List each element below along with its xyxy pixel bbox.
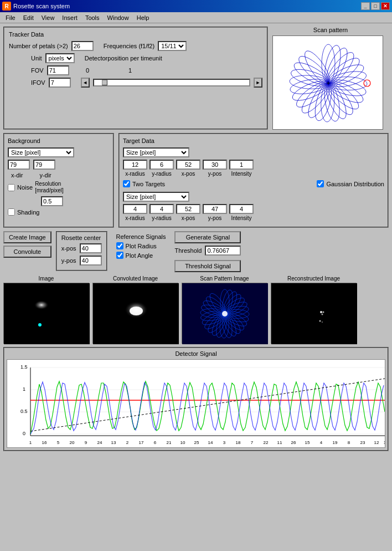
ifov-label: IFOV [31,79,45,86]
t1-xradius[interactable] [123,160,147,170]
rosette-center-panel: Rosette center x-pos y-pos [56,231,107,271]
menu-help[interactable]: Help [133,14,153,22]
bg-x-input[interactable] [8,160,30,170]
t2-intensity[interactable] [229,204,254,214]
svg-text:15: 15 [305,440,310,445]
generate-signal-button[interactable]: Generate Signal [174,231,241,243]
svg-point-67 [319,320,321,322]
t1-ypos[interactable] [203,160,227,170]
bg-y-input[interactable] [33,160,55,170]
t1-xpos[interactable] [176,160,200,170]
svg-text:2: 2 [126,440,129,445]
ifov-input[interactable] [49,78,71,88]
slider-track[interactable] [93,79,250,86]
svg-point-65 [323,312,324,313]
slider-right-btn[interactable]: ► [254,78,262,88]
gaussian-checkbox[interactable] [317,180,324,187]
scan-pattern-container2: Scan Pattern Image [182,276,267,344]
petals-input[interactable] [71,41,94,51]
svg-text:7: 7 [251,440,254,445]
image-container: Image [3,276,89,344]
svg-text:12: 12 [374,440,379,445]
svg-text:1: 1 [29,440,32,445]
rc-ypos-label: y-pos [61,257,76,264]
target-size-select[interactable]: Size [pixel] [123,147,189,157]
scan-canvas [272,35,383,130]
plot-radius-checkbox[interactable] [116,242,123,249]
unit-label: Unit [31,55,42,62]
svg-text:4: 4 [320,440,323,445]
svg-text:1: 1 [23,386,25,392]
col2-xpos: x-pos [176,215,200,221]
target2-size-select[interactable]: Size [pixel] [123,192,189,202]
svg-text:14: 14 [208,440,213,445]
svg-point-20 [289,76,329,96]
col2-yradius: y-radius [149,215,174,221]
t2-yradius[interactable] [149,204,174,214]
unit-select[interactable]: pixels mrad [45,53,75,63]
pos0-label: 0 [86,67,89,74]
svg-text:13: 13 [111,440,116,445]
freq-label: Frequencies (f1/f2) [104,43,154,49]
rc-xpos-input[interactable] [80,243,102,253]
rc-ypos-input[interactable] [80,256,102,266]
images-row: Image [3,276,389,344]
detector-label: Detectorposition per timeunit [85,55,162,62]
background-panel: Background Size [pixel] x-dir y-dir Nois… [3,133,114,228]
slider-left-btn[interactable]: ◄ [81,78,90,88]
app-icon: R [2,2,11,11]
col-intensity: Intensity [229,171,254,177]
plot-angle-checkbox[interactable] [116,252,123,259]
rc-xpos-label: x-pos [61,245,76,252]
create-image-button[interactable]: Create Image [3,231,51,243]
target-title: Target Data [123,137,384,144]
chart-area: 1.5 1 0.5 0 [7,359,385,448]
convoluted-label: Convoluted Image [113,276,158,282]
title-bar-buttons: _ □ ✕ [361,2,390,10]
xdir-label: x-dir [11,172,23,178]
scan-pattern-box [182,283,267,344]
minimize-button[interactable]: _ [361,2,370,10]
scan-title: Scan pattern [272,27,389,33]
noise-checkbox[interactable] [8,184,15,191]
svg-text:0.5: 0.5 [20,409,28,414]
t2-xpos[interactable] [176,204,200,214]
menu-insert[interactable]: Insert [59,14,81,22]
svg-point-68 [322,322,323,323]
fov-input[interactable] [47,65,69,75]
svg-point-30 [30,299,55,314]
background-title: Background [8,137,110,144]
t2-xradius[interactable] [123,204,147,214]
svg-text:8: 8 [348,440,350,445]
freq-select[interactable]: 15/11 13/8 [158,41,187,51]
menu-window[interactable]: Window [104,14,132,22]
svg-text:18: 18 [236,440,241,445]
col-xpos: x-pos [176,171,200,177]
col2-xradius: x-radius [123,215,147,221]
svg-text:9: 9 [85,440,87,445]
t1-yradius[interactable] [149,160,174,170]
scan-pattern-container: Scan pattern [272,27,389,130]
threshold-input[interactable] [205,246,241,256]
pos1-label: 1 [128,67,132,74]
close-button[interactable]: ✕ [381,2,390,10]
menu-edit[interactable]: Edit [20,14,37,22]
convolute-button[interactable]: Convolute [3,246,51,258]
bg-size-select[interactable]: Size [pixel] [8,147,74,157]
svg-text:25: 25 [194,440,199,445]
svg-text:11: 11 [277,440,282,445]
menu-tools[interactable]: Tools [82,14,103,22]
menu-file[interactable]: File [2,14,19,22]
reconstructed-label: Reconstructed Image [287,276,340,282]
t1-intensity[interactable] [229,160,254,170]
maximize-button[interactable]: □ [371,2,380,10]
menu-view[interactable]: View [38,14,58,22]
t2-ypos[interactable] [203,204,227,214]
resolution-input[interactable] [41,196,63,206]
shading-checkbox[interactable] [8,208,15,216]
tracker-title: Tracker Data [9,31,262,38]
detector-title: Detector Signal [7,350,385,357]
two-targets-checkbox[interactable] [123,180,130,187]
threshold-signal-button[interactable]: Threshold Signal [174,260,241,272]
reference-signals-panel: Reference Signals Plot Radius Plot Angle [112,231,171,263]
